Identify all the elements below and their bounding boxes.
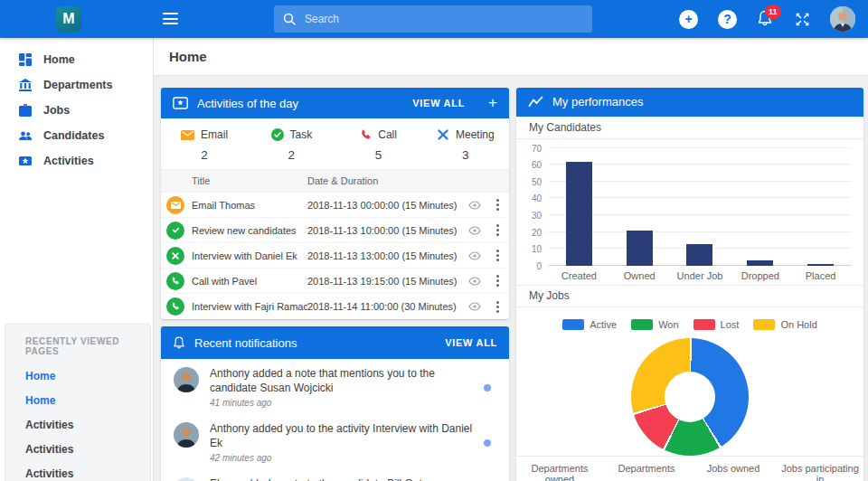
donut-chart [631, 338, 749, 456]
app-logo[interactable]: M [56, 6, 81, 32]
topbar-actions: + ? 11 [679, 0, 855, 38]
card-title: Recent notifications [194, 336, 436, 350]
sidebar-item-label: Activities [43, 155, 94, 167]
notification-text: Anthony added a note that mentions you t… [210, 367, 476, 395]
bar-xlabel: Created [549, 270, 609, 281]
activity-title: Email Thomas [192, 200, 307, 211]
view-icon[interactable] [464, 201, 486, 210]
search-box[interactable] [274, 5, 592, 33]
recent-link[interactable]: Home [25, 388, 150, 412]
stat-label: Email [201, 128, 228, 141]
user-avatar[interactable] [830, 6, 855, 32]
dashboard-icon [18, 52, 33, 67]
recently-viewed-heading: RECENTLY VIEWED PAGES [25, 336, 150, 356]
more-options-icon[interactable] [486, 223, 509, 237]
footer-stat-label: Departments [603, 463, 690, 481]
sidebar-item-departments[interactable]: Departments [0, 72, 153, 98]
performance-footer: Departments owned Departments Jobs owned… [516, 456, 863, 481]
phone-icon [171, 277, 180, 286]
notification-item[interactable]: Anthony added you to the activity Interv… [161, 414, 509, 469]
stat-email: Email 2 [161, 127, 248, 162]
view-all-button[interactable]: VIEW ALL [412, 98, 465, 108]
task-check-icon [271, 128, 284, 141]
briefcase-icon [18, 103, 33, 118]
sidebar-item-jobs[interactable]: Jobs [0, 98, 153, 123]
sidebar-item-candidates[interactable]: Candidates [0, 123, 153, 148]
bar-xlabel: Owned [609, 270, 670, 281]
more-options-icon[interactable] [486, 274, 509, 288]
search-icon [283, 13, 296, 25]
recent-link[interactable]: Activities [25, 412, 150, 437]
notification-item[interactable]: Elene added a note to the candidate Bill… [161, 469, 509, 481]
avatar [174, 367, 199, 392]
add-button[interactable]: + [679, 10, 698, 29]
bar-Under Job [686, 244, 712, 266]
view-icon[interactable] [464, 277, 486, 286]
section-my-jobs: My Jobs [516, 285, 863, 307]
unread-dot [484, 384, 491, 391]
pie-legend: ActiveWonLostOn Hold [516, 319, 863, 330]
activity-date: 2018-11-13 00:00:00 (15 Minutes) [307, 200, 464, 211]
legend-item: Won [631, 319, 678, 330]
recent-link[interactable]: Home [25, 363, 150, 388]
avatar [174, 477, 199, 481]
bar-chart-ylabels: 010203040506070 [524, 148, 545, 266]
meeting-cross-icon [171, 251, 180, 260]
bell-icon [173, 335, 185, 350]
footer-stat-label: Departments owned [516, 463, 603, 481]
table-row: Review new candidates 2018-11-13 10:00:0… [161, 218, 509, 243]
bar-Owned [627, 231, 653, 266]
notifications-card: Recent notifications VIEW ALL Anthony ad… [161, 326, 509, 481]
card-title: Activities of the day [197, 97, 403, 110]
notification-item[interactable]: Anthony added a note that mentions you t… [161, 359, 509, 414]
activities-card: Activities of the day VIEW ALL + Email 2 [161, 88, 509, 319]
search-input[interactable] [305, 13, 583, 25]
activity-stats: Email 2 Task 2 Call [161, 118, 509, 169]
email-icon [181, 130, 194, 140]
bar-chart-bars [549, 148, 851, 266]
notification-time: 42 minutes ago [210, 453, 476, 463]
task-check-icon [171, 225, 181, 235]
meeting-cross-icon [437, 128, 449, 141]
view-icon[interactable] [464, 226, 486, 235]
recent-link[interactable]: Activities [25, 461, 150, 481]
more-options-icon[interactable] [486, 198, 509, 212]
fullscreen-icon[interactable] [795, 12, 810, 27]
phone-icon [171, 302, 180, 311]
ticket-star-icon [18, 154, 33, 168]
more-options-icon[interactable] [486, 249, 509, 262]
table-header: Title Date & Duration [161, 169, 509, 193]
unread-dot [484, 439, 491, 447]
notification-text: Elene added a note to the candidate Bill… [210, 477, 476, 481]
legend-label: Lost [721, 319, 740, 330]
view-icon[interactable] [464, 302, 486, 311]
notifications-card-header: Recent notifications VIEW ALL [161, 326, 509, 359]
sidebar-item-label: Departments [43, 79, 112, 91]
stat-call: Call 5 [335, 127, 422, 162]
legend-label: Won [658, 319, 678, 330]
menu-icon[interactable] [163, 13, 178, 24]
bank-icon [18, 78, 33, 92]
stat-label: Call [378, 128, 397, 141]
notifications-button[interactable]: 11 [757, 9, 775, 29]
activity-title: Review new candidates [192, 225, 307, 236]
people-icon [18, 128, 33, 143]
page-title-bar: Home [154, 38, 868, 76]
bar-chart: 010203040506070 CreatedOwnedUnder JobDro… [516, 139, 863, 285]
more-options-icon[interactable] [486, 300, 509, 314]
stat-label: Meeting [456, 128, 495, 141]
add-activity-button[interactable]: + [488, 94, 497, 112]
help-button[interactable]: ? [718, 10, 737, 29]
activity-title: Call with Pavel [192, 276, 307, 287]
view-icon[interactable] [464, 251, 486, 260]
bar-Created [566, 162, 592, 266]
activity-date: 2018-11-13 10:00:00 (15 Minutes) [307, 225, 464, 236]
email-icon [171, 202, 181, 209]
sidebar-item-home[interactable]: Home [0, 47, 153, 72]
sidebar-item-activities[interactable]: Activities [0, 148, 153, 174]
sidebar-item-label: Jobs [43, 104, 70, 117]
view-all-button[interactable]: VIEW ALL [445, 337, 497, 348]
bar-xlabel: Under Job [670, 270, 731, 281]
recent-link[interactable]: Activities [25, 437, 150, 461]
notification-text: Anthony added you to the activity Interv… [210, 422, 476, 450]
